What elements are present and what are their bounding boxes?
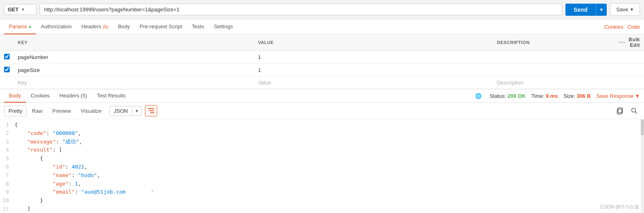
format-dropdown-button[interactable]: ▼: [132, 107, 141, 115]
code-content: {: [15, 154, 644, 163]
resp-tab-body[interactable]: Body: [4, 89, 26, 103]
placeholder-row: Key Value Description: [0, 77, 644, 89]
copy-icon-button[interactable]: [614, 105, 625, 116]
code-content: "email": "auo@51job.com ": [15, 188, 644, 196]
placeholder-value[interactable]: Value: [254, 77, 493, 89]
copy-icon: [616, 107, 623, 114]
placeholder-key[interactable]: Key: [14, 77, 254, 89]
table-row: pageSize 1: [0, 64, 644, 77]
line-number: 1: [0, 121, 15, 129]
code-line-11: 11 ]: [0, 205, 644, 213]
code-line-2: 2 "code": "000000",: [0, 129, 644, 138]
request-tabs: Params ● Authorization Headers (6) Body …: [0, 19, 644, 34]
code-line-10: 10 }: [0, 196, 644, 205]
th-checkbox: [0, 34, 14, 51]
code-area: 1 { 2 "code": "000000", 3 "message": "成功…: [0, 119, 644, 213]
method-select[interactable]: GET ▼: [4, 4, 36, 15]
line-number: 8: [0, 180, 15, 188]
params-table: KEY VALUE DESCRIPTION ··· Bulk Edit page…: [0, 34, 644, 89]
svg-rect-1: [149, 110, 154, 111]
tab-prerequest[interactable]: Pre-request Script: [135, 19, 187, 34]
view-tab-preview[interactable]: Preview: [48, 105, 75, 116]
tab-authorization[interactable]: Authorization: [36, 19, 77, 34]
response-toolbar: Pretty Raw Preview Visualize JSON ▼: [0, 103, 644, 119]
search-icon-button[interactable]: [629, 105, 640, 116]
format-select: JSON ▼: [109, 106, 142, 116]
line-number: 6: [0, 163, 15, 171]
row1-key: pageNumber: [14, 51, 254, 64]
svg-rect-0: [148, 108, 154, 109]
globe-icon: 🌐: [475, 93, 482, 99]
line-number: 5: [0, 154, 15, 163]
resp-tab-cookies[interactable]: Cookies: [26, 89, 55, 103]
th-key: KEY: [14, 34, 254, 51]
time-value: 9 ms: [546, 93, 558, 99]
send-btn-group: Send ▼: [565, 4, 607, 16]
row2-checkbox[interactable]: [4, 67, 10, 72]
response-section: Body Cookies Headers (5) Test Results 🌐 …: [0, 89, 644, 213]
code-line-9: 9 "email": "auo@51job.com ": [0, 188, 644, 196]
view-tab-visualize[interactable]: Visualize: [76, 105, 106, 116]
row2-description: [493, 64, 615, 77]
tab-headers[interactable]: Headers (6): [77, 19, 113, 34]
format-label: JSON: [110, 106, 132, 116]
method-label: GET: [8, 6, 19, 13]
save-response-chevron-icon: ▼: [635, 93, 640, 99]
code-content: "name": "hodo",: [15, 171, 644, 180]
tab-params[interactable]: Params ●: [4, 19, 36, 34]
code-link[interactable]: Code: [627, 24, 640, 30]
code-line-5: 5 {: [0, 154, 644, 163]
send-button[interactable]: Send: [565, 4, 595, 16]
code-line-6: 6 "id": 4021,: [0, 163, 644, 171]
time-label: Time: 9 ms: [531, 93, 558, 99]
toolbar-right: [614, 105, 640, 116]
sort-icon-button[interactable]: [145, 105, 157, 116]
dots-button[interactable]: ···: [619, 39, 625, 46]
send-dropdown-button[interactable]: ▼: [596, 4, 607, 16]
row1-value: 1: [254, 51, 493, 64]
params-badge: ●: [28, 24, 31, 29]
placeholder-checkbox-cell: [0, 77, 14, 89]
line-number: 7: [0, 171, 15, 180]
url-input[interactable]: [40, 4, 562, 15]
resp-tab-testresults[interactable]: Test Results: [92, 89, 130, 103]
row1-checkbox[interactable]: [4, 54, 10, 59]
row2-value: 1: [254, 64, 493, 77]
scrollbar-track[interactable]: [641, 119, 644, 213]
th-actions: ··· Bulk Edit: [615, 34, 644, 51]
row2-checkbox-cell: [0, 64, 14, 77]
code-line-1: 1 {: [0, 121, 644, 129]
code-line-3: 3 "message": "成功",: [0, 138, 644, 146]
row1-actions: [615, 51, 644, 64]
save-button[interactable]: Save ▼: [610, 3, 640, 16]
tab-settings[interactable]: Settings: [209, 19, 238, 34]
line-number: 3: [0, 138, 15, 146]
code-content: "age": 1,: [15, 180, 644, 188]
placeholder-description[interactable]: Description: [493, 77, 615, 89]
code-line-8: 8 "age": 1,: [0, 180, 644, 188]
cookies-link[interactable]: Cookies: [604, 24, 623, 30]
table-row: pageNumber 1: [0, 51, 644, 64]
headers-badge: (6): [103, 24, 108, 29]
line-number: 9: [0, 188, 15, 196]
top-bar: GET ▼ Send ▼ Save ▼: [0, 0, 644, 19]
tab-body[interactable]: Body: [113, 19, 135, 34]
response-status: 🌐 Status: 200 OK Time: 9 ms Size: 306 B …: [475, 93, 640, 99]
response-tabs-bar: Body Cookies Headers (5) Test Results 🌐 …: [0, 89, 644, 103]
code-content: }: [15, 196, 644, 205]
view-tab-pretty[interactable]: Pretty: [4, 105, 27, 116]
view-tab-raw[interactable]: Raw: [28, 105, 47, 116]
line-number: 11: [0, 205, 15, 213]
code-content: ]: [15, 205, 644, 213]
save-response-button[interactable]: Save Response ▼: [596, 93, 640, 99]
watermark: CSDN @IT小白龙: [600, 204, 639, 211]
resp-tab-headers[interactable]: Headers (5): [55, 89, 92, 103]
line-number: 10: [0, 196, 15, 205]
row1-description: [493, 51, 615, 64]
scrollbar-thumb[interactable]: [641, 119, 644, 135]
tab-tests[interactable]: Tests: [187, 19, 209, 34]
size-value: 306 B: [577, 93, 591, 99]
svg-line-6: [635, 112, 637, 114]
bulk-edit-button[interactable]: Bulk Edit: [629, 37, 640, 48]
row2-key: pageSize: [14, 64, 254, 77]
